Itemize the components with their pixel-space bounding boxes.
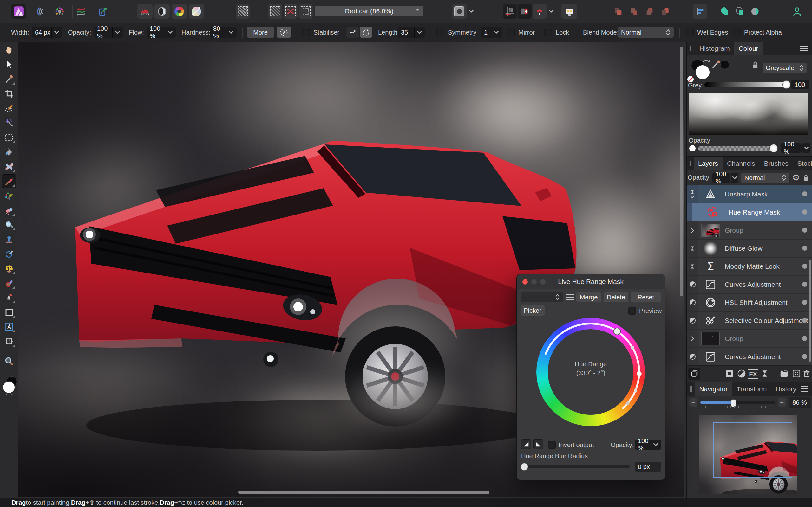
app-logo-button[interactable]	[11, 4, 26, 19]
mesh-warp-tool[interactable]	[2, 335, 16, 349]
move-tool[interactable]	[2, 58, 16, 72]
tab-history[interactable]: History	[771, 383, 801, 396]
layer-row-unsharp-mask[interactable]: Unsharp Mask	[687, 185, 812, 203]
develop-persona-button[interactable]	[154, 4, 170, 19]
geometry-add-button[interactable]	[717, 4, 732, 19]
layer-visibility-dot[interactable]	[802, 245, 807, 250]
panel-menu-icon[interactable]	[801, 386, 808, 392]
selection-fill-toggle[interactable]	[236, 4, 250, 19]
layer-row-hsl[interactable]: HSL Shift Adjustment	[687, 294, 812, 311]
colour-picker-tool[interactable]	[2, 72, 16, 86]
liquify-persona-button[interactable]	[189, 4, 204, 19]
tone-mapping-persona-button[interactable]	[171, 4, 187, 19]
mask-preview-button[interactable]	[452, 4, 467, 19]
adjustment-layer-button[interactable]	[737, 369, 746, 378]
flood-fill-tool[interactable]	[2, 145, 16, 159]
mask-layer-button[interactable]	[725, 369, 734, 378]
stabiliser-checkbox[interactable]	[302, 29, 310, 37]
hue-falloff-dot[interactable]	[634, 389, 637, 392]
erase-brush-tool[interactable]	[2, 204, 16, 217]
grey-slider[interactable]	[705, 82, 788, 87]
colour-replacement-tool[interactable]	[2, 189, 16, 203]
toggle-snapping-preview-button[interactable]	[518, 4, 531, 19]
layer-row-group-1[interactable]: Group	[687, 222, 812, 239]
layer-fx-gear-icon[interactable]: ⚙	[792, 173, 800, 183]
layer-visibility-dot[interactable]	[802, 264, 807, 269]
panel-menu-icon[interactable]	[800, 46, 808, 51]
hue-falloff-dot[interactable]	[631, 346, 635, 349]
close-button[interactable]	[522, 279, 528, 285]
layer-visibility-dot[interactable]	[802, 336, 807, 341]
viewport-rectangle[interactable]	[713, 422, 792, 477]
layers-blend-dropdown[interactable]: Normal	[741, 173, 790, 183]
preset-dropdown[interactable]	[521, 292, 563, 302]
pen-tool[interactable]	[2, 291, 16, 305]
grey-slider-handle[interactable]	[782, 81, 790, 89]
length-field[interactable]: 35	[398, 27, 425, 38]
colour-opacity-slider[interactable]	[698, 146, 774, 151]
paint-brush-tool[interactable]	[2, 174, 16, 188]
delete-button[interactable]: Delete	[604, 292, 628, 302]
rectangle-tool[interactable]	[2, 305, 16, 320]
ramp-up-button[interactable]	[521, 439, 531, 449]
layer-row-group-2[interactable]: Group	[687, 330, 812, 347]
geometry-intersect-button[interactable]	[733, 4, 747, 19]
symmetry-checkbox[interactable]	[437, 29, 444, 37]
swap-colours-icon[interactable]	[5, 393, 13, 397]
blur-radius-field[interactable]: 0 px	[635, 462, 661, 471]
panel-grip[interactable]	[690, 161, 691, 166]
hue-range-start-handle[interactable]	[613, 328, 620, 335]
layer-visibility-dot[interactable]	[802, 282, 807, 287]
tab-navigator[interactable]: Navigator	[695, 383, 732, 396]
view-tool[interactable]	[2, 43, 16, 57]
arrange-to-front-button[interactable]	[611, 4, 625, 19]
photo-persona-button[interactable]	[137, 4, 153, 19]
zoom-slider-handle[interactable]	[731, 399, 736, 407]
healing-tool[interactable]	[2, 160, 16, 174]
layer-visibility-dot[interactable]	[802, 191, 807, 196]
tab-layers[interactable]: Layers	[694, 157, 722, 170]
alignment-button[interactable]	[693, 4, 707, 19]
colour-opacity-field[interactable]: 100 %	[780, 143, 802, 153]
live-filter-fx-button[interactable]: FX	[748, 370, 758, 379]
zoom-button[interactable]	[540, 279, 546, 285]
soft-proof-button[interactable]	[32, 4, 46, 19]
expander-closed-icon[interactable]	[691, 228, 694, 233]
no-colour-swatch[interactable]	[687, 76, 694, 82]
sponge-tool[interactable]	[2, 218, 16, 232]
expander-closed-icon[interactable]	[691, 336, 694, 341]
export-button[interactable]	[96, 4, 110, 19]
arrange-forward-button[interactable]	[627, 4, 641, 19]
layer-visibility-dot[interactable]	[802, 318, 807, 323]
tab-stock[interactable]: Stock	[793, 157, 812, 170]
arrange-backward-button[interactable]	[642, 4, 657, 19]
panel-grip[interactable]	[690, 386, 692, 392]
blur-radius-slider[interactable]	[521, 465, 629, 468]
zoom-out-button[interactable]: −	[689, 398, 698, 406]
vertical-scrollbar[interactable]	[680, 47, 683, 296]
layers-opacity-dropdown[interactable]	[731, 173, 739, 183]
layer-visibility-dot[interactable]	[802, 210, 807, 215]
layer-row-moody-matte[interactable]: Σ Moody Matte Look	[687, 258, 812, 275]
picker-button[interactable]: Picker	[520, 305, 545, 316]
account-button[interactable]	[790, 4, 804, 19]
blend-mode-dropdown[interactable]: Normal	[618, 27, 674, 38]
tab-colour[interactable]: Colour	[734, 42, 763, 55]
colour-swatch-widget[interactable]	[2, 377, 16, 395]
navigator-zoom-slider[interactable]	[700, 401, 775, 404]
marquee-select-tool[interactable]	[2, 130, 16, 145]
swap-colours-icon[interactable]	[702, 58, 710, 63]
foreground-colour-swatch[interactable]	[3, 381, 15, 394]
zoom-in-button[interactable]: +	[778, 398, 786, 406]
snapping-button[interactable]	[532, 4, 547, 19]
layer-visibility-dot[interactable]	[802, 228, 807, 233]
expander-open-icon[interactable]	[690, 196, 695, 199]
layer-visibility-dot[interactable]	[802, 300, 807, 305]
grey-value-field[interactable]: 100	[792, 80, 809, 89]
crop-tool[interactable]	[2, 87, 16, 101]
toggle-guides-button[interactable]	[503, 4, 517, 19]
assistant-button[interactable]	[561, 4, 577, 19]
arrange-to-back-button[interactable]	[658, 4, 672, 19]
primary-colour-swatch[interactable]	[695, 65, 710, 80]
mirror-checkbox[interactable]	[507, 29, 515, 37]
